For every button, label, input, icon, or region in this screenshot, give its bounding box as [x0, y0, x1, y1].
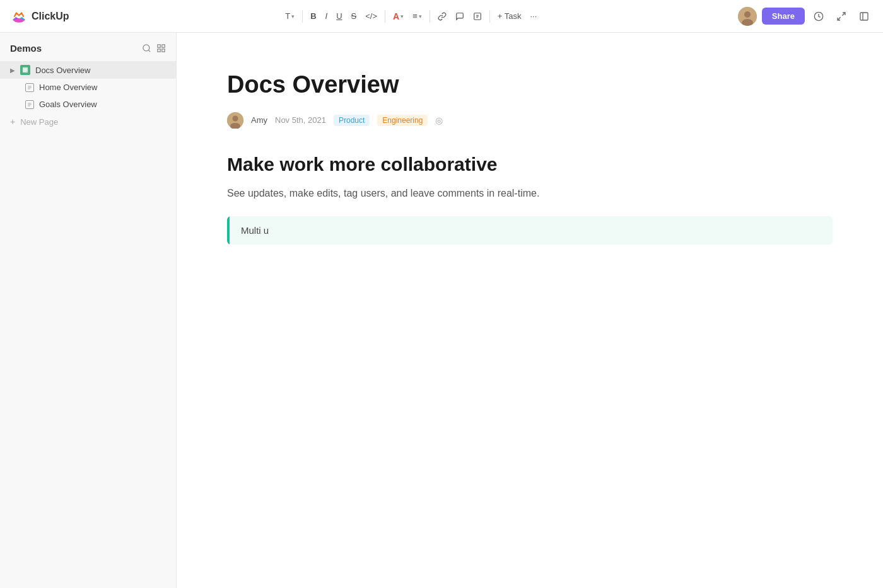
- search-icon: [142, 43, 151, 53]
- align-label: ≡: [412, 11, 418, 21]
- highlight-text[interactable]: Multi u: [230, 216, 833, 245]
- section-description: See updates, make edits, tag users, and …: [227, 185, 833, 202]
- svg-rect-7: [860, 13, 868, 20]
- link-icon: [438, 12, 447, 21]
- toolbar-right: Share: [738, 7, 873, 26]
- layout-icon: [156, 43, 166, 53]
- svg-line-6: [838, 17, 841, 20]
- section-heading: Make work more collaborative: [227, 154, 833, 175]
- underline-label: U: [336, 11, 342, 21]
- sidebar-item-label: Goals Overview: [39, 100, 97, 109]
- code-label: </>: [365, 11, 377, 21]
- code-button[interactable]: </>: [361, 9, 381, 23]
- expand-icon: [836, 11, 846, 21]
- tag-engineering[interactable]: Engineering: [377, 115, 428, 126]
- document-title: Docs Overview: [227, 71, 833, 100]
- link-button[interactable]: [434, 9, 450, 23]
- sidebar: Demos: [0, 33, 177, 588]
- author-avatar: [227, 112, 243, 129]
- sidebar-item-goals-overview[interactable]: Goals Overview: [0, 96, 176, 113]
- logo-text: ClickUp: [32, 11, 69, 22]
- clickup-logo[interactable]: ClickUp: [10, 8, 69, 25]
- sidebar-item-docs-overview[interactable]: ▶ Docs Overview: [0, 61, 176, 79]
- sidebar-toggle-icon: [859, 11, 869, 21]
- goals-overview-icon: [25, 100, 34, 109]
- svg-point-26: [233, 115, 238, 121]
- align-button[interactable]: ≡ ▾: [409, 9, 426, 23]
- svg-rect-11: [158, 45, 160, 47]
- sidebar-search-button[interactable]: [142, 43, 151, 53]
- page-embed-button[interactable]: [469, 9, 486, 23]
- bold-button[interactable]: B: [307, 9, 320, 23]
- align-chevron: ▾: [419, 13, 422, 20]
- tag-product[interactable]: Product: [334, 115, 370, 126]
- bold-label: B: [310, 11, 316, 21]
- separator-4: [489, 10, 490, 23]
- underline-button[interactable]: U: [332, 9, 346, 23]
- strikethrough-button[interactable]: S: [348, 9, 361, 23]
- sidebar-item-label: Docs Overview: [35, 66, 90, 75]
- history-icon: [814, 11, 824, 21]
- sidebar-title: Demos: [10, 43, 42, 54]
- docs-overview-icon: [20, 65, 30, 75]
- sidebar-item-home-overview[interactable]: Home Overview: [0, 79, 176, 96]
- add-task-label: + Task: [498, 11, 522, 21]
- color-a-label: A: [393, 11, 399, 21]
- more-label: ···: [530, 11, 537, 21]
- home-overview-icon: [25, 83, 34, 92]
- new-page-button[interactable]: + New Page: [0, 113, 176, 130]
- italic-label: I: [325, 11, 328, 21]
- comment-button[interactable]: [452, 9, 468, 23]
- avatar-image: [738, 7, 757, 26]
- author-name: Amy: [251, 115, 267, 125]
- sidebar-item-label: Home Overview: [39, 83, 97, 92]
- sidebar-actions: [142, 43, 166, 53]
- comment-icon: [455, 12, 464, 21]
- logo-icon: [10, 8, 28, 25]
- history-button[interactable]: [810, 9, 827, 24]
- toolbar-center: T ▾ B I U S </> A ▾ ≡ ▾: [281, 9, 541, 24]
- sidebar-toggle-button[interactable]: [855, 9, 873, 24]
- separator-2: [385, 10, 385, 23]
- document-date: Nov 5th, 2021: [275, 115, 326, 125]
- svg-rect-14: [162, 49, 165, 52]
- expand-arrow-icon: ▶: [10, 67, 15, 74]
- text-style-label: T: [285, 11, 290, 21]
- sidebar-layout-button[interactable]: [156, 43, 166, 53]
- text-style-chevron: ▾: [291, 13, 295, 20]
- strike-label: S: [351, 11, 357, 21]
- page-embed-icon: [473, 12, 482, 21]
- svg-line-5: [842, 13, 845, 16]
- more-options-button[interactable]: ···: [526, 9, 541, 23]
- svg-line-10: [148, 50, 150, 52]
- svg-point-2: [744, 11, 751, 18]
- svg-point-9: [143, 45, 149, 51]
- document-content: Docs Overview Amy Nov 5th, 2021 Product …: [177, 33, 883, 588]
- color-button[interactable]: A ▾: [389, 9, 407, 24]
- separator-1: [302, 10, 303, 23]
- color-chevron: ▾: [401, 13, 404, 20]
- svg-rect-13: [158, 49, 160, 52]
- document-meta: Amy Nov 5th, 2021 Product Engineering ◎: [227, 112, 833, 129]
- toolbar-left: ClickUp: [10, 8, 85, 25]
- sidebar-header: Demos: [0, 43, 176, 61]
- italic-button[interactable]: I: [322, 9, 332, 23]
- avatar[interactable]: [738, 7, 757, 26]
- separator-3: [430, 10, 430, 23]
- text-style-button[interactable]: T ▾: [281, 9, 298, 23]
- tag-settings-icon[interactable]: ◎: [435, 115, 443, 125]
- new-page-label: New Page: [20, 117, 58, 127]
- expand-button[interactable]: [833, 9, 850, 24]
- highlight-block: Multi u: [227, 216, 833, 245]
- svg-rect-12: [162, 45, 165, 47]
- toolbar: ClickUp T ▾ B I U S </> A ▾ ≡ ▾: [0, 0, 883, 33]
- main-area: Demos: [0, 33, 883, 588]
- share-button[interactable]: Share: [762, 8, 805, 25]
- new-page-plus-icon: +: [10, 117, 15, 127]
- add-task-button[interactable]: + Task: [494, 9, 525, 23]
